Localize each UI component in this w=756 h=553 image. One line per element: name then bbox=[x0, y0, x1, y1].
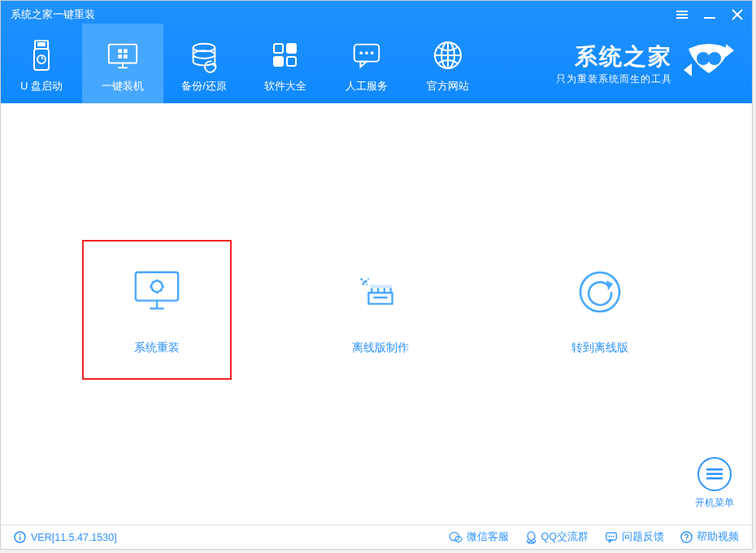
card-system-reinstall[interactable]: 系统重装 bbox=[82, 240, 232, 380]
nav-usb-boot[interactable]: U 盘启动 bbox=[1, 24, 82, 103]
footer-feedback[interactable]: 问题反馈 bbox=[605, 530, 664, 544]
card-offline-switch[interactable]: 转到离线版 bbox=[539, 266, 661, 355]
svg-rect-15 bbox=[118, 49, 122, 53]
card-row: 系统重装 离线版制作 bbox=[1, 266, 752, 355]
usb-icon bbox=[24, 38, 59, 72]
svg-point-61 bbox=[613, 536, 615, 538]
svg-rect-22 bbox=[274, 44, 283, 53]
svg-point-29 bbox=[365, 51, 368, 54]
chat-icon bbox=[350, 38, 384, 72]
svg-point-60 bbox=[610, 536, 612, 538]
nav-label: 官方网站 bbox=[427, 79, 469, 94]
svg-rect-2 bbox=[676, 17, 688, 19]
close-icon bbox=[732, 9, 743, 20]
nav-label: 一键装机 bbox=[102, 79, 144, 94]
svg-point-63 bbox=[686, 540, 688, 542]
nav-label: 软件大全 bbox=[264, 79, 306, 94]
svg-rect-41 bbox=[370, 285, 392, 288]
nav-official-site[interactable]: 官方网站 bbox=[407, 24, 489, 103]
header: 系统之家一键重装 bbox=[1, 1, 752, 103]
svg-rect-25 bbox=[287, 57, 296, 66]
svg-point-55 bbox=[528, 531, 535, 540]
feedback-icon bbox=[605, 531, 618, 543]
footer-link-label: 问题反馈 bbox=[622, 530, 664, 544]
help-icon bbox=[680, 531, 693, 543]
footer-link-label: QQ交流群 bbox=[541, 530, 589, 544]
footer-wechat[interactable]: 微信客服 bbox=[449, 530, 509, 544]
monitor-icon bbox=[106, 38, 140, 72]
svg-rect-52 bbox=[20, 534, 21, 536]
svg-rect-23 bbox=[287, 44, 296, 53]
svg-marker-58 bbox=[609, 540, 612, 542]
svg-rect-1 bbox=[676, 14, 688, 15]
boot-menu-button[interactable]: 开机菜单 bbox=[695, 457, 734, 510]
boot-menu-circle bbox=[697, 457, 732, 491]
wechat-icon bbox=[449, 531, 463, 543]
svg-marker-46 bbox=[606, 281, 613, 290]
svg-rect-0 bbox=[676, 11, 688, 12]
footer-links: 微信客服 QQ交流群 问题反馈 bbox=[449, 530, 739, 544]
brand: 系统之家 只为重装系统而生的工具 bbox=[556, 24, 752, 103]
svg-rect-47 bbox=[706, 468, 723, 471]
reinstall-icon bbox=[131, 266, 183, 318]
hamburger-icon bbox=[676, 9, 688, 20]
svg-marker-27 bbox=[360, 62, 367, 67]
svg-point-33 bbox=[697, 52, 710, 65]
svg-point-56 bbox=[528, 542, 533, 543]
window-title: 系统之家一键重装 bbox=[11, 7, 95, 22]
svg-marker-36 bbox=[684, 63, 692, 76]
menu-button[interactable] bbox=[676, 8, 689, 21]
qq-icon bbox=[525, 531, 537, 544]
offline-make-icon bbox=[354, 266, 406, 318]
brand-logo-icon bbox=[680, 41, 737, 86]
svg-point-34 bbox=[708, 52, 721, 65]
svg-rect-17 bbox=[118, 54, 122, 59]
footer-help[interactable]: 帮助视频 bbox=[680, 530, 739, 544]
nav-label: 备份/还原 bbox=[181, 79, 227, 94]
nav-one-click-install[interactable]: 一键装机 bbox=[82, 24, 163, 103]
svg-rect-16 bbox=[124, 49, 128, 53]
window-controls bbox=[676, 8, 744, 21]
nav-support[interactable]: 人工服务 bbox=[326, 24, 407, 103]
backup-icon bbox=[187, 38, 221, 72]
svg-rect-12 bbox=[109, 45, 137, 63]
nav-software[interactable]: 软件大全 bbox=[245, 24, 326, 103]
app-window: 系统之家一键重装 bbox=[0, 0, 753, 550]
svg-rect-18 bbox=[124, 54, 128, 59]
nav-backup-restore[interactable]: 备份/还原 bbox=[163, 24, 245, 103]
svg-rect-9 bbox=[42, 43, 45, 46]
card-offline-make[interactable]: 离线版制作 bbox=[319, 266, 441, 355]
version-text: VER[11.5.47.1530] bbox=[31, 532, 117, 543]
svg-point-28 bbox=[359, 51, 363, 54]
svg-point-59 bbox=[608, 536, 610, 538]
hamburger-icon bbox=[706, 466, 723, 482]
svg-rect-51 bbox=[20, 537, 21, 541]
footer-link-label: 微信客服 bbox=[467, 530, 509, 544]
offline-switch-icon bbox=[574, 266, 626, 318]
close-button[interactable] bbox=[731, 8, 744, 21]
svg-rect-49 bbox=[706, 477, 723, 480]
svg-rect-24 bbox=[274, 57, 283, 66]
footer-qq[interactable]: QQ交流群 bbox=[525, 530, 589, 544]
boot-menu-label: 开机菜单 bbox=[695, 496, 734, 510]
footer: VER[11.5.47.1530] 微信客服 QQ交流群 bbox=[1, 525, 752, 549]
apps-icon bbox=[268, 38, 302, 72]
card-label: 系统重装 bbox=[134, 341, 180, 355]
brand-sub: 只为重装系统而生的工具 bbox=[556, 72, 672, 86]
nav-label: 人工服务 bbox=[345, 79, 388, 94]
nav-row: U 盘启动 一键装机 bbox=[1, 24, 752, 103]
minimize-icon bbox=[704, 9, 715, 20]
nav-label: U 盘启动 bbox=[20, 79, 63, 94]
svg-rect-3 bbox=[704, 17, 715, 19]
svg-rect-8 bbox=[38, 43, 41, 46]
minimize-button[interactable] bbox=[703, 8, 716, 21]
brand-title: 系统之家 bbox=[556, 41, 672, 72]
svg-rect-37 bbox=[136, 272, 178, 301]
version-link[interactable]: VER[11.5.47.1530] bbox=[14, 531, 117, 543]
card-label: 离线版制作 bbox=[352, 341, 409, 355]
card-label: 转到离线版 bbox=[571, 341, 628, 355]
title-bar: 系统之家一键重装 bbox=[1, 1, 752, 24]
svg-point-30 bbox=[371, 51, 374, 54]
main-content: 系统重装 离线版制作 bbox=[1, 103, 752, 525]
globe-icon bbox=[431, 38, 465, 72]
